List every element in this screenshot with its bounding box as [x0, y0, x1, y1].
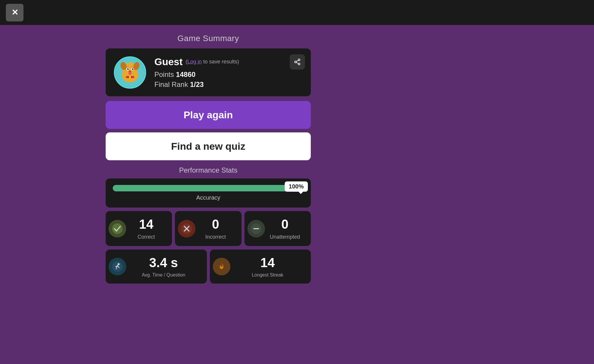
incorrect-number: 0 — [212, 217, 219, 232]
svg-point-28 — [216, 261, 227, 272]
points-label: Points — [154, 70, 176, 78]
unattempted-number: 0 — [281, 217, 288, 232]
accuracy-card: 100% Accuracy — [106, 178, 311, 208]
accuracy-progress-fill — [113, 185, 304, 191]
rank-label: Final Rank — [154, 80, 190, 88]
correct-number: 14 — [139, 217, 153, 232]
player-name-row: Guest (Log in to save results) — [154, 56, 303, 68]
accuracy-progress-bg — [113, 185, 304, 191]
play-again-button[interactable]: Play again — [106, 101, 311, 129]
player-name: Guest — [154, 56, 183, 68]
share-button[interactable] — [290, 54, 305, 70]
avg-time-stat-card: 3.4 s Avg. Time / Question — [106, 250, 207, 284]
incorrect-label: Incorrect — [205, 234, 226, 240]
streak-stat-card: 14 Longest Streak — [210, 250, 311, 284]
svg-line-18 — [296, 63, 298, 64]
rank-row: Final Rank 1/23 — [154, 80, 303, 89]
bottom-stats-grid: 3.4 s Avg. Time / Question 14 Longest St… — [106, 250, 311, 284]
incorrect-stat-card: 0 Incorrect — [175, 211, 241, 246]
unattempted-stat-card: 0 Unattempted — [244, 211, 311, 246]
svg-point-26 — [112, 261, 123, 272]
svg-point-17 — [298, 63, 300, 65]
side-panel-left — [0, 25, 100, 364]
player-info: Guest (Log in to save results) Points 14… — [154, 56, 303, 89]
find-quiz-button[interactable]: Find a new quiz — [106, 132, 311, 160]
page-title: Game Summary — [178, 34, 239, 43]
center-panel: Game Summary — [100, 25, 317, 292]
correct-label: Correct — [138, 234, 155, 240]
svg-point-27 — [118, 263, 120, 265]
login-link[interactable]: Log in — [187, 59, 202, 65]
points-row: Points 14860 — [154, 70, 303, 79]
top-bar: ✕ — [0, 0, 594, 25]
player-card: Guest (Log in to save results) Points 14… — [106, 48, 311, 96]
avatar — [114, 56, 146, 89]
incorrect-icon — [178, 220, 195, 237]
accuracy-tooltip: 100% — [285, 181, 308, 192]
svg-line-19 — [296, 60, 298, 62]
unattempted-label: Unattempted — [270, 234, 300, 240]
correct-stat-card: 14 Correct — [106, 211, 172, 246]
svg-point-20 — [112, 223, 123, 234]
svg-point-9 — [128, 68, 129, 69]
login-prompt: (Log in to save results) — [185, 59, 239, 65]
stats-grid: 14 Correct 0 Incorrect 0 — [106, 211, 311, 246]
close-icon: ✕ — [11, 8, 18, 17]
svg-point-15 — [298, 59, 300, 61]
svg-point-16 — [295, 61, 296, 63]
unattempted-icon — [247, 220, 265, 237]
rank-value: 1/23 — [190, 80, 204, 88]
close-button[interactable]: ✕ — [6, 4, 23, 21]
svg-point-10 — [133, 68, 133, 69]
side-panel-right — [317, 25, 594, 364]
time-icon — [109, 258, 126, 275]
avg-time-label: Avg. Time / Question — [142, 272, 185, 278]
streak-label: Longest Streak — [252, 272, 284, 278]
svg-point-11 — [129, 70, 131, 73]
accuracy-label: Accuracy — [113, 194, 304, 201]
svg-point-12 — [129, 73, 131, 75]
avg-time-number: 3.4 s — [149, 255, 178, 270]
svg-rect-14 — [129, 76, 131, 78]
performance-stats-title: Performance Stats — [179, 166, 237, 174]
points-value: 14860 — [176, 70, 195, 78]
streak-number: 14 — [260, 255, 275, 270]
correct-icon — [109, 220, 126, 237]
streak-icon — [213, 258, 230, 275]
